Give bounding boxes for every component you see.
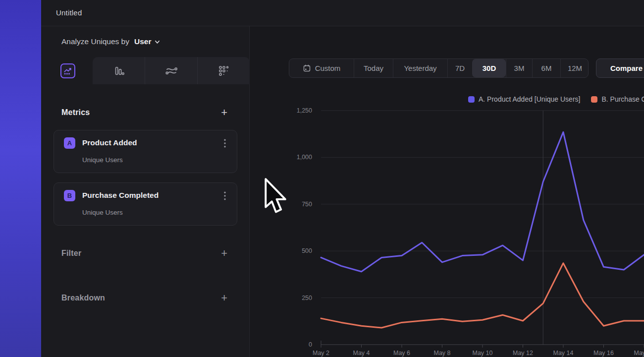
- tab-bar-chart[interactable]: [93, 57, 145, 84]
- metrics-section-header: Metrics +: [61, 108, 227, 118]
- add-filter-button[interactable]: +: [221, 248, 227, 258]
- range-12m[interactable]: 12M: [560, 59, 589, 77]
- range-today[interactable]: Today: [354, 59, 393, 77]
- analyze-row: Analyze Uniques by User: [61, 37, 161, 46]
- desktop-gradient-strip: [0, 0, 41, 357]
- metric-subtitle: Unique Users: [82, 156, 123, 164]
- svg-text:May 14: May 14: [553, 350, 574, 357]
- svg-text:May 10: May 10: [473, 350, 493, 357]
- legend-label: B. Purchase Completed [Unique Users]: [601, 95, 644, 103]
- legend-swatch: [591, 96, 597, 103]
- metric-badge: B: [64, 190, 75, 201]
- topbar: Untitled: [41, 0, 644, 26]
- range-yesterday[interactable]: Yesterday: [393, 59, 447, 77]
- time-range-group: CustomTodayYesterday7D30D3M6M12M: [289, 59, 589, 78]
- bar-chart-icon: [113, 65, 125, 77]
- line-chart-icon: [63, 66, 73, 76]
- range-6m[interactable]: 6M: [532, 59, 560, 77]
- legend-item[interactable]: A. Product Added [Unique Users]: [468, 95, 580, 103]
- add-metric-button[interactable]: +: [221, 108, 227, 118]
- range-custom[interactable]: Custom: [289, 59, 354, 77]
- tab-flows[interactable]: [145, 57, 197, 84]
- chevron-down-icon: [154, 39, 161, 45]
- range-30d[interactable]: 30D: [472, 59, 506, 77]
- metric-title: Purchase Completed: [82, 191, 159, 200]
- breakdown-heading: Breakdown: [61, 294, 105, 302]
- svg-text:500: 500: [302, 247, 312, 254]
- svg-text:0: 0: [309, 341, 312, 348]
- analyze-by-value: User: [134, 37, 151, 46]
- flows-icon: [165, 65, 178, 77]
- kebab-menu-icon[interactable]: [220, 190, 230, 202]
- analyze-by-dropdown[interactable]: User: [134, 37, 161, 46]
- svg-text:May 6: May 6: [393, 350, 410, 357]
- svg-text:250: 250: [302, 295, 312, 301]
- metric-subtitle: Unique Users: [82, 209, 123, 216]
- report-title[interactable]: Untitled: [56, 8, 82, 17]
- chart-type-tabs: [93, 57, 250, 84]
- legend-swatch: [468, 96, 475, 103]
- app-window: Untitled Analyze Uniques by User: [0, 0, 644, 357]
- compare-button[interactable]: Compare: [596, 59, 644, 78]
- metric-badge: A: [64, 137, 75, 149]
- range-3m[interactable]: 3M: [506, 59, 532, 77]
- calendar-icon: [303, 64, 311, 72]
- tab-retention[interactable]: [197, 57, 250, 84]
- add-breakdown-button[interactable]: +: [221, 293, 227, 303]
- svg-text:1,250: 1,250: [297, 107, 312, 114]
- filter-section-header: Filter +: [61, 248, 227, 258]
- svg-text:May 12: May 12: [513, 350, 533, 357]
- svg-text:May 18: May 18: [634, 350, 644, 357]
- retention-grid-icon: [218, 65, 230, 77]
- svg-text:May 2: May 2: [313, 350, 329, 357]
- metrics-heading: Metrics: [61, 108, 90, 117]
- kebab-menu-icon[interactable]: [220, 137, 230, 149]
- svg-text:May 4: May 4: [353, 350, 370, 357]
- range-7d[interactable]: 7D: [447, 59, 472, 77]
- tab-line-chart[interactable]: [60, 63, 75, 78]
- analyze-label: Analyze Uniques by: [61, 37, 129, 46]
- svg-text:May 16: May 16: [593, 350, 614, 357]
- svg-text:May 8: May 8: [433, 350, 450, 357]
- metric-card-a[interactable]: AProduct AddedUnique Users: [54, 130, 237, 173]
- breakdown-section-header: Breakdown +: [61, 293, 227, 303]
- svg-text:1,000: 1,000: [297, 154, 312, 161]
- legend-item[interactable]: B. Purchase Completed [Unique Users]: [591, 95, 644, 103]
- chart-panel: CustomTodayYesterday7D30D3M6M12M Compare…: [250, 26, 644, 357]
- chart-legend: A. Product Added [Unique Users]B. Purcha…: [468, 95, 644, 103]
- metric-card-b[interactable]: BPurchase CompletedUnique Users: [54, 182, 237, 226]
- svg-text:750: 750: [302, 201, 312, 208]
- metric-title: Product Added: [82, 138, 137, 147]
- filter-heading: Filter: [61, 249, 81, 258]
- legend-label: A. Product Added [Unique Users]: [479, 95, 580, 103]
- sidebar: Analyze Uniques by User: [41, 26, 250, 357]
